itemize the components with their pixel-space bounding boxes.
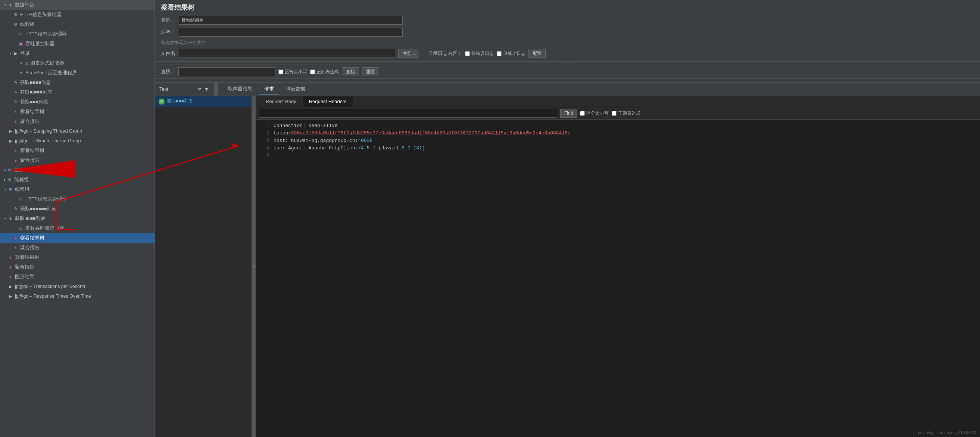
regex-checkbox[interactable]: 正则表达式	[310, 69, 339, 75]
result-content: ✔ 获取■■■列表 ||| Request Body Request Heade…	[155, 96, 980, 437]
text-select[interactable]: Text	[158, 86, 203, 92]
config-button[interactable]: 配置	[528, 49, 546, 58]
item-label: 获取■■■■信息	[20, 80, 152, 86]
item-label: 聚合报告	[15, 264, 152, 270]
sidebar-item-view-result-tree1[interactable]: ♠察看结果树	[0, 107, 154, 116]
item-icon: ♠	[13, 245, 19, 250]
sidebar-item-transactions-per-second[interactable]: ▶jp@gc – Transactions per Second	[0, 282, 154, 291]
sidebar-item-aggregate-report3[interactable]: ♠聚合报告	[0, 243, 154, 252]
panel-divider[interactable]: |||	[215, 83, 218, 96]
item-icon: ♠	[8, 264, 13, 270]
item-icon: ✎	[13, 99, 19, 105]
filename-input[interactable]	[179, 49, 395, 58]
sidebar-item-throughput-ctrl[interactable]: ▣吞吐量控制器	[0, 39, 154, 49]
sidebar-item-get-list3[interactable]: ✎获取■■■■■■列表	[0, 204, 154, 214]
result-toolbar: Text ▼ ||| 取样器结果 请求 响应数据	[155, 83, 980, 96]
line-number: 1	[259, 123, 269, 129]
expand-icon: ▼	[4, 3, 7, 7]
browse-button[interactable]: 浏览...	[398, 49, 419, 58]
sidebar-item-view-result-tree4[interactable]: ♠察看结果树	[0, 252, 154, 262]
sidebar-item-constant-timer[interactable]: ⏱常数吞吐量定时器	[0, 223, 154, 233]
drag-handle-bottom[interactable]: ⋯⋯	[155, 79, 980, 83]
sidebar-item-stepping-thread-group[interactable]: ▶jp@gc – Stepping Thread Group	[0, 126, 154, 136]
sidebar-item-ultimate-thread-group[interactable]: ▶jp@gc – Ultimate Thread Group	[0, 136, 154, 146]
sidebar-item-get-list1[interactable]: ✎获取■.■■■列表	[0, 88, 154, 97]
item-icon: ▶	[8, 128, 13, 134]
sidebar-item-login-group[interactable]: ▼▶登录	[0, 49, 154, 58]
sampler-label: 获取■■■列表	[167, 98, 193, 105]
drag-handle-top[interactable]: ⋯⋯	[155, 61, 980, 65]
sidebar-item-get-list4-expand[interactable]: ▼▼获取 ■.■■列表	[0, 214, 154, 223]
sidebar-item-thread-group2[interactable]: ▶⚙线程组	[0, 165, 154, 175]
expand-icon: ▼	[4, 217, 7, 220]
item-icon: ⚙	[18, 31, 24, 37]
sidebar-item-aggregate-report1[interactable]: ♠聚合报告	[0, 116, 154, 126]
sidebar-item-http-header-mgr3[interactable]: ⚙HTTP信息头管理器	[0, 194, 154, 204]
expand-icon: ▶	[4, 178, 6, 182]
sidebar-item-thread-group3[interactable]: ▶⚙线程组	[0, 175, 154, 185]
sub-tab-request-body[interactable]: Request Body	[259, 96, 303, 107]
line-content: User-Agent: Apache-HttpClient/4.5.7 (Jav…	[274, 145, 977, 151]
sidebar-item-get-list2[interactable]: ✎获取■■■列表	[0, 97, 154, 107]
item-label: HTTP信息头管理器	[25, 196, 152, 203]
sidebar-item-http-header-mgr2[interactable]: ⚙HTTP信息头管理器	[0, 29, 154, 39]
name-label: 名称：	[161, 17, 176, 24]
search-input[interactable]	[178, 67, 275, 76]
item-label: 察看结果树	[20, 148, 152, 154]
tab-sampler-result[interactable]: 取样器结果	[223, 83, 258, 95]
item-icon: ▶	[13, 50, 19, 56]
tab-request[interactable]: 请求	[259, 83, 279, 95]
tab-response-data[interactable]: 响应数据	[281, 83, 310, 95]
line-number: 5	[259, 153, 269, 158]
success-only-checkbox[interactable]: 仅成功日志	[497, 50, 525, 57]
sub-tab-request-headers[interactable]: Request Headers	[303, 96, 353, 107]
name-input[interactable]	[179, 16, 402, 25]
content-divider[interactable]: |||	[252, 96, 256, 437]
sub-tabs: Request Body Request Headers	[256, 96, 980, 107]
item-icon: ♠	[13, 148, 19, 153]
item-icon: ✦	[18, 60, 24, 66]
sidebar-item-graph-results[interactable]: ♠图形结果	[0, 272, 154, 282]
sampler-status-icon: ✔	[159, 99, 165, 105]
text-dropdown[interactable]: Text ▼	[155, 83, 215, 96]
item-label: 获取■.■■■列表	[20, 89, 152, 96]
sidebar-item-thread-group1[interactable]: ⚙线程组	[0, 19, 154, 29]
item-icon: ♠	[13, 157, 19, 163]
item-label: 数据平台	[15, 2, 152, 8]
item-label: 吞吐量控制器	[25, 41, 152, 47]
sidebar-item-beanshell-post[interactable]: ✦BeanShell 后置处理程序	[0, 68, 154, 78]
sidebar-item-response-times-over-time[interactable]: ▶jp@gc – Response Times Over Time	[0, 291, 154, 301]
sidebar-item-aggregate-report2[interactable]: ♠聚合报告	[0, 155, 154, 165]
request-search-bar: Find 区分大小写 正则表达式	[256, 107, 980, 120]
case-sensitive-checkbox[interactable]: 区分大小写	[278, 69, 307, 75]
sidebar-item-root[interactable]: ▼▲数据平台	[0, 0, 154, 10]
sidebar-item-thread-group4[interactable]: ▼⚙线程组	[0, 185, 154, 194]
sampler-item[interactable]: ✔ 获取■■■列表	[155, 96, 251, 107]
item-icon: ▶	[8, 293, 13, 299]
request-regex-checkbox[interactable]: 正则表达式	[612, 110, 640, 116]
request-search-input[interactable]	[259, 109, 557, 118]
request-panel: Request Body Request Headers Find 区分大小写 …	[256, 96, 980, 437]
item-icon: ♠	[13, 235, 19, 241]
item-icon: ♠	[8, 254, 13, 260]
watermark: https://blog.csdn.net/qq_41648820	[913, 430, 976, 435]
line-content: Host: huawei-bg.gagogroup.cn:40038	[274, 138, 977, 144]
sidebar-item-http-header-mgr1[interactable]: ⚙HTTP信息头管理器	[0, 10, 154, 19]
item-label: 察看结果树	[20, 109, 152, 115]
sidebar-item-regex-extractor[interactable]: ✦正则表达式提取器	[0, 58, 154, 68]
sidebar-item-get-info[interactable]: ✎获取■■■■信息	[0, 78, 154, 88]
comment-input[interactable]	[179, 28, 402, 37]
item-label: 线程组	[14, 167, 152, 173]
item-icon: ⚙	[7, 177, 13, 183]
item-icon: ▲	[8, 2, 13, 8]
error-only-checkbox[interactable]: 仅错误日志	[465, 50, 494, 57]
expand-icon: ▼	[4, 188, 7, 191]
line-content: Connection: keep-alive	[274, 123, 977, 129]
reset-button[interactable]: 重置	[362, 67, 379, 76]
find-button[interactable]: 查找	[342, 67, 359, 76]
request-find-button[interactable]: Find	[560, 109, 577, 118]
sidebar-item-view-result-tree3[interactable]: ♠察看结果树	[0, 233, 154, 243]
sidebar-item-view-result-tree2[interactable]: ♠察看结果树	[0, 146, 154, 155]
request-case-checkbox[interactable]: 区分大小写	[580, 110, 609, 116]
sidebar-item-aggregate-report4[interactable]: ♠聚合报告	[0, 262, 154, 272]
